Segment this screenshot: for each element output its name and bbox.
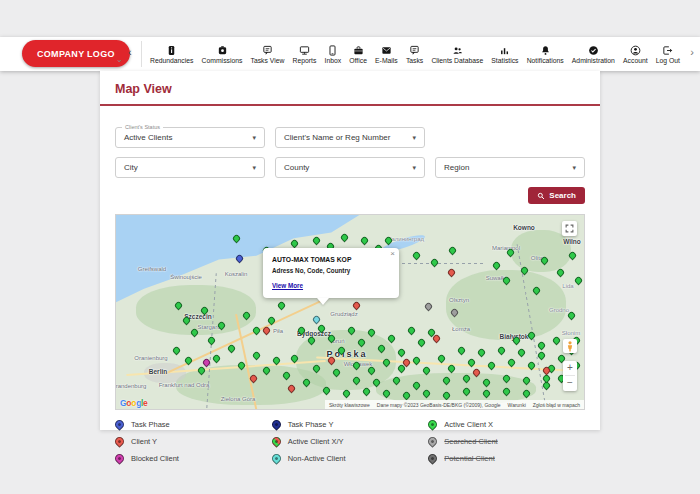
green-map-marker[interactable] bbox=[227, 344, 237, 354]
green-map-marker[interactable] bbox=[362, 387, 372, 397]
green-map-marker[interactable] bbox=[457, 346, 467, 356]
report-error-link[interactable]: Zgłoś błąd w mapach bbox=[533, 402, 580, 408]
green-map-marker[interactable] bbox=[517, 348, 527, 358]
green-map-marker[interactable] bbox=[172, 346, 182, 356]
green-map-marker[interactable] bbox=[567, 311, 577, 321]
nav-scroll-right-icon[interactable]: › bbox=[690, 46, 694, 58]
chart-icon bbox=[499, 45, 510, 56]
nav-item-clients-database[interactable]: Clients Database bbox=[431, 45, 483, 64]
red-map-marker[interactable] bbox=[432, 334, 442, 344]
county-placeholder: County bbox=[284, 163, 309, 172]
green-map-marker[interactable] bbox=[412, 356, 422, 366]
nav-divider bbox=[141, 41, 142, 67]
nav-item-inbox[interactable]: Inbox bbox=[325, 45, 342, 64]
green-map-marker[interactable] bbox=[477, 348, 487, 358]
city-label: Olsztyn bbox=[449, 297, 469, 303]
zoom-out-button[interactable]: − bbox=[567, 376, 573, 390]
green-map-marker[interactable] bbox=[397, 348, 407, 358]
fullscreen-button[interactable] bbox=[562, 221, 577, 236]
page-title: Map View bbox=[115, 82, 600, 96]
company-logo-button[interactable]: COMPANY LOGO bbox=[22, 40, 130, 67]
briefcase-icon bbox=[353, 45, 364, 56]
zoom-in-button[interactable]: + bbox=[567, 361, 573, 375]
region-select[interactable]: Region ▾ bbox=[435, 157, 585, 178]
green-map-marker[interactable] bbox=[448, 246, 458, 256]
county-select[interactable]: County ▾ bbox=[275, 157, 425, 178]
client-status-value: Active Clients bbox=[124, 133, 172, 142]
client-status-label: Client's Status bbox=[122, 124, 163, 130]
legend-label: Task Phase Y bbox=[288, 420, 334, 429]
green-map-marker[interactable] bbox=[556, 268, 566, 278]
nav-item-label: Tasks bbox=[406, 57, 423, 64]
nav-item-redundancies[interactable]: Redundancies bbox=[150, 45, 193, 64]
nav-item-label: Inbox bbox=[325, 57, 342, 64]
info-window-address: Adress No, Code, Country bbox=[272, 267, 390, 274]
green-map-marker[interactable] bbox=[207, 336, 217, 346]
green-map-marker[interactable] bbox=[574, 276, 584, 286]
legend-pin-icon bbox=[113, 452, 126, 465]
client-status-select[interactable]: Client's Status Active Clients ▾ bbox=[115, 127, 265, 148]
green-map-marker[interactable] bbox=[412, 251, 422, 261]
green-map-marker[interactable] bbox=[487, 361, 497, 371]
green-map-marker[interactable] bbox=[277, 301, 287, 311]
green-map-marker[interactable] bbox=[342, 389, 352, 399]
nav-item-tasks[interactable]: Tasks bbox=[406, 45, 423, 64]
green-map-marker[interactable] bbox=[537, 351, 547, 361]
green-map-marker[interactable] bbox=[497, 346, 507, 356]
legend-item-non-active-client: Non-Active Client bbox=[272, 454, 429, 463]
green-map-marker[interactable] bbox=[360, 236, 370, 246]
green-map-marker[interactable] bbox=[552, 336, 562, 346]
legend-column-2: Task Phase YActive Client X/YNon-Active … bbox=[272, 420, 429, 471]
nav-item-tasks-view[interactable]: Tasks View bbox=[251, 45, 285, 64]
green-map-marker[interactable] bbox=[417, 338, 427, 348]
green-map-marker[interactable] bbox=[537, 341, 547, 351]
city-select[interactable]: City ▾ bbox=[115, 157, 265, 178]
nav-item-e-mails[interactable]: E-Mails bbox=[375, 45, 398, 64]
city-label: Kowno bbox=[513, 224, 535, 231]
people-icon bbox=[452, 45, 463, 56]
nav-item-label: Statistics bbox=[491, 57, 518, 64]
view-more-link[interactable]: View More bbox=[272, 282, 303, 289]
map-legend: Task PhaseClient YBlocked ClientTask Pha… bbox=[100, 410, 600, 471]
legend-pin-icon bbox=[270, 435, 283, 448]
nav-item-office[interactable]: Office bbox=[349, 45, 367, 64]
chevron-down-icon[interactable]: ⌄ bbox=[116, 55, 123, 64]
search-button[interactable]: Search bbox=[528, 187, 585, 204]
green-map-marker[interactable] bbox=[312, 236, 322, 246]
nav-item-reports[interactable]: Reports bbox=[293, 45, 317, 64]
terms-link[interactable]: Warunki bbox=[508, 402, 526, 408]
red-map-marker[interactable] bbox=[352, 301, 362, 311]
green-map-marker[interactable] bbox=[492, 261, 502, 271]
red-map-marker[interactable] bbox=[447, 268, 457, 278]
city-label: Калининград bbox=[388, 236, 424, 242]
green-map-marker[interactable] bbox=[290, 239, 300, 249]
red-map-marker[interactable] bbox=[262, 326, 272, 336]
nav-item-label: Office bbox=[349, 57, 367, 64]
keyboard-shortcuts-link[interactable]: Skróty klawiszowe bbox=[329, 402, 370, 408]
nav-item-administration[interactable]: Administration bbox=[572, 45, 615, 64]
cyan-map-marker[interactable] bbox=[312, 315, 322, 325]
green-map-marker[interactable] bbox=[212, 354, 222, 364]
nav-item-commissions[interactable]: Commissions bbox=[202, 45, 243, 64]
green-map-marker[interactable] bbox=[252, 351, 262, 361]
nav-item-statistics[interactable]: Statistics bbox=[491, 45, 518, 64]
nav-scroll-left-icon[interactable]: ‹ bbox=[128, 46, 132, 58]
legend-pin-icon bbox=[426, 435, 439, 448]
nav-item-account[interactable]: Account bbox=[623, 45, 648, 64]
map-attribution: Skróty klawiszowe Dane mapy ©2023 GeoBas… bbox=[325, 400, 584, 409]
badge-icon bbox=[217, 45, 228, 56]
gray-map-marker[interactable] bbox=[424, 302, 434, 312]
green-map-marker[interactable] bbox=[407, 326, 417, 336]
region-placeholder: Region bbox=[444, 163, 469, 172]
nav-item-notifications[interactable]: Notifications bbox=[527, 45, 564, 64]
close-icon[interactable]: × bbox=[390, 249, 395, 258]
top-navigation-bar: COMPANY LOGO ⌄ ‹ RedundanciesCommissions… bbox=[0, 37, 700, 71]
green-map-marker[interactable] bbox=[340, 233, 350, 243]
map-canvas[interactable]: ŚwinoujścieGreifswaldKoszalinSłupskSzcze… bbox=[115, 214, 585, 410]
search-button-label: Search bbox=[549, 191, 576, 200]
street-view-pegman-button[interactable] bbox=[563, 339, 577, 353]
client-name-select[interactable]: Client's Name or Reg Number ▾ bbox=[275, 127, 425, 148]
nav-item-log-out[interactable]: Log Out bbox=[656, 45, 680, 64]
green-map-marker[interactable] bbox=[430, 258, 440, 268]
info-window-title: AUTO-MAX TOMAS KOP bbox=[272, 256, 390, 263]
